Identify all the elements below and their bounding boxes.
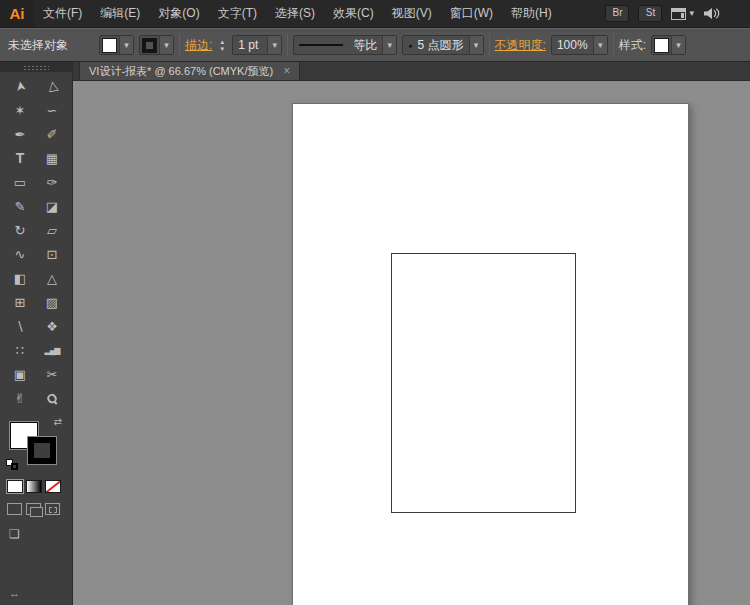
graphic-style-combo[interactable]: ▾ xyxy=(651,35,686,55)
style-swatch-icon xyxy=(654,38,669,53)
stroke-weight-stepper[interactable]: ▴ ▾ xyxy=(217,38,227,52)
width-profile-value: 等比 xyxy=(348,37,382,54)
brush-definition-combo[interactable]: ● 5 点圆形 ▾ xyxy=(402,35,483,55)
scale-tool[interactable]: ▱ xyxy=(39,218,65,242)
workspace-layout-icon xyxy=(671,8,686,20)
document-tab-bar: VI设计-报表* @ 66.67% (CMYK/预览) × xyxy=(73,62,750,81)
pen-tool[interactable]: ✒ xyxy=(7,122,33,146)
direct-selection-tool-icon: ▷ xyxy=(44,80,61,92)
gradient-tool[interactable]: ▨ xyxy=(39,290,65,314)
menubar-menus: 文件(F)编辑(E)对象(O)文字(T)选择(S)效果(C)视图(V)窗口(W)… xyxy=(34,0,561,27)
stock-button[interactable]: St xyxy=(638,5,662,22)
menu-view[interactable]: 视图(V) xyxy=(383,0,441,27)
tools-panel-header[interactable] xyxy=(0,62,72,72)
draw-inside-mode-icon[interactable] xyxy=(45,503,60,515)
slice-tool[interactable]: ✂ xyxy=(39,362,65,386)
type-tool[interactable]: T xyxy=(7,146,33,170)
illustrator-window: Ai 文件(F)编辑(E)对象(O)文字(T)选择(S)效果(C)视图(V)窗口… xyxy=(0,0,750,605)
stroke-weight-value: 1 pt xyxy=(233,38,267,52)
hand-tool[interactable]: ✌ xyxy=(7,386,33,410)
slice-tool-icon: ✂ xyxy=(47,367,58,382)
panel-resize-grip-icon[interactable]: ↔ xyxy=(0,587,72,605)
style-label: 样式: xyxy=(619,37,646,54)
tab-close-icon[interactable]: × xyxy=(283,65,290,77)
color-mode-row xyxy=(0,472,72,493)
screen-mode-button[interactable]: ❏ xyxy=(0,515,72,541)
zoom-tool[interactable]: Ϙ xyxy=(39,386,65,410)
draw-behind-mode-icon[interactable] xyxy=(26,503,41,515)
menubar-right: Br St ▾ xyxy=(605,0,750,27)
stroke-panel-link[interactable]: 描边: xyxy=(185,37,212,54)
blend-tool[interactable]: ❖ xyxy=(39,314,65,338)
free-transform-tool[interactable]: ⊡ xyxy=(39,242,65,266)
stepper-down-icon[interactable]: ▾ xyxy=(217,45,227,52)
width-tool-icon: ∿ xyxy=(15,247,26,262)
mesh-tool[interactable]: ⊞ xyxy=(7,290,33,314)
separator xyxy=(179,34,180,56)
paintbrush-tool[interactable]: ✑ xyxy=(39,170,65,194)
document-tab[interactable]: VI设计-报表* @ 66.67% (CMYK/预览) × xyxy=(79,62,300,80)
symbol-sprayer-tool[interactable]: ∷ xyxy=(7,338,33,362)
none-button[interactable] xyxy=(45,480,61,493)
eraser-tool[interactable]: ◪ xyxy=(39,194,65,218)
rectangle-tool[interactable]: ▭ xyxy=(7,170,33,194)
chevron-down-icon: ▾ xyxy=(388,41,393,50)
opacity-panel-link[interactable]: 不透明度: xyxy=(495,37,546,54)
line-segment-tool[interactable]: ▦ xyxy=(39,146,65,170)
stroke-weight-combo[interactable]: 1 pt ▾ xyxy=(232,35,282,55)
artboard[interactable] xyxy=(292,103,689,605)
workspace-switcher[interactable]: ▾ xyxy=(671,8,694,20)
menu-type[interactable]: 文字(T) xyxy=(209,0,266,27)
rotate-tool[interactable]: ↻ xyxy=(7,218,33,242)
perspective-grid-tool[interactable]: △ xyxy=(39,266,65,290)
draw-normal-mode-icon[interactable] xyxy=(7,503,22,515)
menu-object[interactable]: 对象(O) xyxy=(149,0,208,27)
selection-status: 未选择对象 xyxy=(8,37,94,54)
menu-select[interactable]: 选择(S) xyxy=(266,0,324,27)
menu-help[interactable]: 帮助(H) xyxy=(502,0,561,27)
default-fill-stroke-icon[interactable] xyxy=(6,459,18,470)
chevron-down-icon: ▾ xyxy=(598,41,603,50)
mesh-tool-icon: ⊞ xyxy=(15,295,26,310)
opacity-combo[interactable]: 100% ▾ xyxy=(551,35,608,55)
share-icon[interactable] xyxy=(703,7,720,20)
perspective-grid-tool-icon: △ xyxy=(47,271,57,286)
stepper-up-icon[interactable]: ▴ xyxy=(217,38,227,45)
control-bar: 未选择对象 ▾ ▾ 描边: ▴ ▾ 1 pt ▾ 等比 ▾ ● 5 点圆形 xyxy=(0,28,750,62)
eyedropper-tool[interactable]: ∖ xyxy=(7,314,33,338)
menu-window[interactable]: 窗口(W) xyxy=(441,0,502,27)
width-profile-combo[interactable]: 等比 ▾ xyxy=(293,35,397,55)
drawn-rectangle[interactable] xyxy=(391,253,576,513)
lasso-tool[interactable]: ∽ xyxy=(39,98,65,122)
bridge-button[interactable]: Br xyxy=(605,5,629,22)
width-tool[interactable]: ∿ xyxy=(7,242,33,266)
drawing-modes-row xyxy=(0,493,72,515)
pencil-tool[interactable]: ✎ xyxy=(7,194,33,218)
hand-tool-icon: ✌ xyxy=(15,391,26,406)
menu-edit[interactable]: 编辑(E) xyxy=(91,0,149,27)
blend-tool-icon: ❖ xyxy=(46,319,58,334)
column-graph-tool[interactable]: ▂▄▆ xyxy=(39,338,65,362)
opacity-value: 100% xyxy=(552,38,593,52)
stroke-color-picker[interactable]: ▾ xyxy=(139,35,174,55)
menu-file[interactable]: 文件(F) xyxy=(34,0,91,27)
paintbrush-tool-icon: ✑ xyxy=(47,175,58,190)
selection-tool[interactable]: ➤ xyxy=(7,74,33,98)
direct-selection-tool[interactable]: ▷ xyxy=(39,74,65,98)
pencil-tool-icon: ✎ xyxy=(15,199,26,214)
scale-tool-icon: ▱ xyxy=(47,223,57,238)
swap-fill-stroke-icon[interactable]: ⇄ xyxy=(54,416,62,427)
fill-color-picker[interactable]: ▾ xyxy=(99,35,134,55)
add-anchor-point-tool[interactable]: ✐ xyxy=(39,122,65,146)
symbol-sprayer-tool-icon: ∷ xyxy=(16,343,24,358)
color-button[interactable] xyxy=(7,480,23,493)
gradient-button[interactable] xyxy=(26,480,42,493)
stroke-color-box[interactable] xyxy=(28,437,56,464)
free-transform-tool-icon: ⊡ xyxy=(47,247,58,262)
separator xyxy=(489,34,490,56)
artboard-tool[interactable]: ▣ xyxy=(7,362,33,386)
magic-wand-tool[interactable]: ✶ xyxy=(7,98,33,122)
shape-builder-tool[interactable]: ◧ xyxy=(7,266,33,290)
canvas[interactable] xyxy=(73,81,750,605)
menu-effect[interactable]: 效果(C) xyxy=(324,0,383,27)
